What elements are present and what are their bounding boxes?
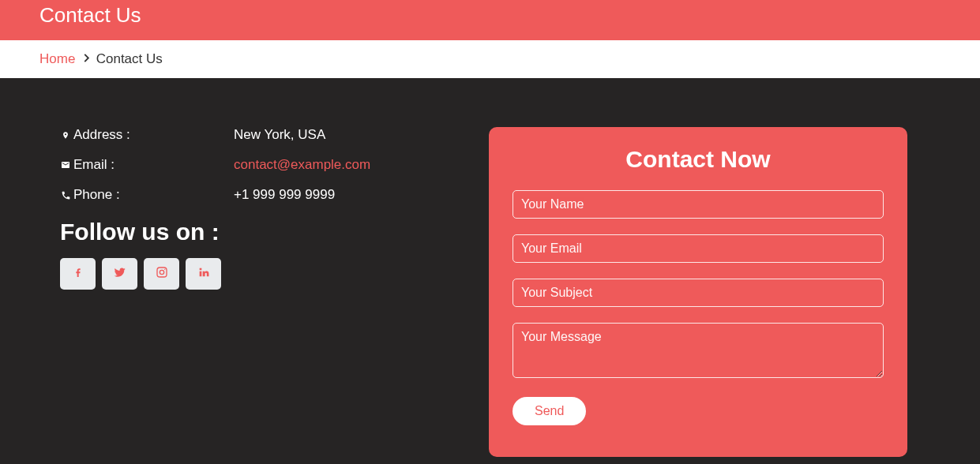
instagram-icon: [156, 266, 168, 282]
instagram-link[interactable]: [144, 258, 179, 290]
twitter-link[interactable]: [102, 258, 137, 290]
page-title: Contact Us: [39, 0, 941, 31]
phone-value: +1 999 999 9999: [234, 187, 489, 203]
email-input[interactable]: [513, 234, 884, 263]
chevron-right-icon: [84, 52, 93, 65]
address-value: New York, USA: [234, 127, 489, 143]
email-link[interactable]: contact@example.com: [234, 157, 370, 172]
breadcrumb-current: Contact Us: [96, 51, 163, 66]
message-textarea[interactable]: [513, 323, 884, 378]
envelope-icon: [60, 160, 71, 170]
email-row: Email : contact@example.com: [60, 157, 489, 173]
contact-info-column: Address : New York, USA Email : contact@…: [60, 127, 489, 457]
breadcrumb: Home Contact Us: [0, 40, 980, 78]
address-row: Address : New York, USA: [60, 127, 489, 143]
follow-heading: Follow us on :: [60, 219, 489, 245]
subject-input[interactable]: [513, 279, 884, 307]
twitter-icon: [114, 266, 126, 282]
linkedin-icon: [197, 266, 210, 282]
linkedin-link[interactable]: [186, 258, 221, 290]
address-label-text: Address :: [73, 127, 130, 143]
phone-icon: [60, 190, 71, 200]
svg-point-2: [164, 269, 165, 270]
breadcrumb-home-link[interactable]: Home: [39, 51, 75, 66]
page-header: Contact Us: [0, 0, 980, 40]
contact-form-card: Contact Now Send: [489, 127, 907, 457]
name-input[interactable]: [513, 190, 884, 219]
svg-point-1: [160, 270, 163, 274]
contact-form-column: Contact Now Send: [489, 127, 907, 457]
contact-section: Address : New York, USA Email : contact@…: [0, 78, 980, 464]
facebook-icon: [72, 266, 84, 282]
social-links: [60, 258, 489, 290]
address-label: Address :: [60, 127, 234, 143]
phone-label: Phone :: [60, 187, 234, 203]
facebook-link[interactable]: [60, 258, 96, 290]
email-label: Email :: [60, 157, 234, 173]
map-pin-icon: [60, 129, 71, 141]
phone-label-text: Phone :: [73, 187, 120, 203]
svg-rect-0: [157, 268, 167, 277]
form-title: Contact Now: [513, 146, 884, 173]
email-label-text: Email :: [73, 157, 115, 173]
phone-row: Phone : +1 999 999 9999: [60, 187, 489, 203]
send-button[interactable]: Send: [513, 397, 586, 425]
